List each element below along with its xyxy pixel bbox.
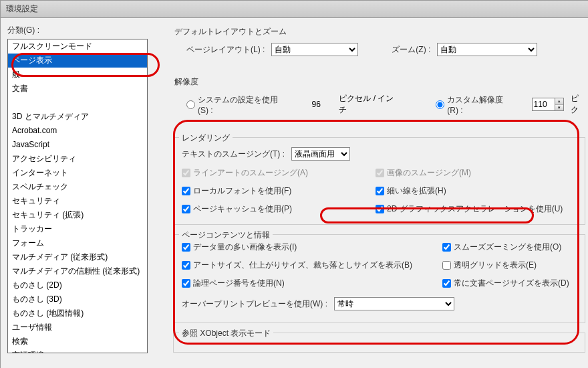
overprint-select[interactable]: 常時 — [334, 297, 454, 310]
category-item[interactable]: フォーム — [8, 236, 147, 250]
smooth-zoom-checkbox[interactable]: スムーズズーミングを使用(O) — [442, 242, 561, 253]
system-resolution-value: 96 — [312, 100, 321, 109]
zoom-label: ズーム(Z) : — [392, 44, 430, 56]
layout-section: デフォルトレイアウトとズーム ページレイアウト(L) : 自動 ズーム(Z) :… — [173, 25, 585, 66]
category-column: 分類(G) : フルスクリーンモードページ表示 般文書 3D とマルチメディアA… — [7, 25, 153, 368]
category-item[interactable]: トラッカー — [8, 222, 147, 236]
custom-resolution-radio[interactable]: カスタム解像度(R) : — [436, 94, 513, 115]
category-item[interactable] — [8, 96, 147, 110]
resolution-title: 解像度 — [174, 76, 585, 88]
rendering-section: レンダリング テキストのスムージング(T) : 液晶画面用 ラインアートのスムー… — [173, 137, 585, 225]
category-item[interactable]: ユーザ情報 — [8, 320, 147, 335]
text-smoothing-select[interactable]: 液晶画面用 — [291, 147, 350, 161]
category-item[interactable]: 般 — [8, 68, 147, 82]
settings-panel: デフォルトレイアウトとズーム ページレイアウト(L) : 自動 ズーム(Z) :… — [153, 25, 585, 368]
rendering-title: レンダリング — [179, 132, 233, 144]
category-item[interactable]: ものさし (地図情報) — [8, 306, 147, 320]
transparent-grid-checkbox[interactable]: 透明グリッドを表示(E) — [442, 260, 537, 271]
image-smoothing-checkbox: 画像のスムージング(M) — [376, 167, 471, 179]
window-title: 環境設定 — [6, 4, 38, 13]
resolution-unit: ピクセル / インチ — [339, 93, 398, 116]
category-item[interactable]: マルチメディア (従来形式) — [8, 250, 147, 264]
category-item[interactable]: JavaScript — [8, 138, 147, 152]
window-titlebar: 環境設定 — [1, 1, 588, 18]
category-item[interactable]: 言語環境 — [8, 349, 147, 353]
always-doc-size-checkbox[interactable]: 常に文書ページサイズを表示(D) — [442, 278, 569, 289]
category-item[interactable]: フルスクリーンモード — [8, 39, 147, 54]
preferences-window: 環境設定 分類(G) : フルスクリーンモードページ表示 般文書 3D とマルチ… — [0, 0, 588, 368]
category-item[interactable]: ものさし (2D) — [8, 278, 147, 292]
category-item[interactable]: ページ表示 — [8, 54, 147, 68]
overprint-label: オーバープリントプレビューを使用(W) : — [182, 298, 327, 310]
category-item[interactable]: アクセシビリティ — [8, 152, 147, 166]
custom-resolution-input[interactable]: ▲▼ — [532, 98, 564, 111]
category-item[interactable]: スペルチェック — [8, 180, 147, 194]
page-layout-select[interactable]: 自動 — [271, 43, 358, 56]
category-item[interactable]: インターネット — [8, 166, 147, 180]
large-images-checkbox[interactable]: データ量の多い画像を表示(I) — [182, 242, 422, 253]
page-layout-label: ページレイアウト(L) : — [186, 44, 265, 56]
logical-page-checkbox[interactable]: 論理ページ番号を使用(N) — [182, 278, 422, 289]
category-item[interactable]: ものさし (3D) — [8, 292, 147, 306]
custom-unit: ピク — [571, 93, 585, 116]
xobject-title: 参照 XObject 表示モード — [179, 328, 273, 339]
zoom-select[interactable]: 自動 — [437, 43, 537, 56]
category-list[interactable]: フルスクリーンモードページ表示 般文書 3D とマルチメディアAcrobat.c… — [7, 39, 148, 353]
lineart-smoothing-checkbox: ラインアートのスムージング(A) — [182, 167, 355, 179]
content-title: ページコンテンツと情報 — [179, 229, 273, 241]
layout-title: デフォルトレイアウトとズーム — [174, 26, 585, 37]
category-item[interactable]: 3D とマルチメディア — [8, 110, 147, 124]
category-item[interactable]: 検索 — [8, 335, 147, 349]
gpu-accel-checkbox[interactable]: 2D グラフィックスアクセラレーションを使用(U) — [376, 203, 563, 215]
content-area: 分類(G) : フルスクリーンモードページ表示 般文書 3D とマルチメディアA… — [1, 18, 588, 368]
thin-lines-checkbox[interactable]: 細い線を拡張(H) — [376, 185, 446, 197]
category-item[interactable]: マルチメディアの信頼性 (従来形式) — [8, 264, 147, 278]
category-item[interactable]: セキュリティ (拡張) — [8, 208, 147, 222]
page-cache-checkbox[interactable]: ページキャッシュを使用(P) — [182, 203, 355, 215]
content-section: ページコンテンツと情報 データ量の多い画像を表示(I) スムーズズーミングを使用… — [173, 234, 585, 323]
system-resolution-radio[interactable]: システムの設定を使用(S) : — [186, 94, 286, 115]
text-smoothing-label: テキストのスムージング(T) : — [182, 149, 285, 160]
resolution-section: 解像度 システムの設定を使用(S) : 96 ピクセル / インチ カスタム解像… — [173, 75, 585, 125]
category-label: 分類(G) : — [7, 25, 153, 36]
category-item[interactable]: Acrobat.com — [8, 124, 147, 138]
local-font-checkbox[interactable]: ローカルフォントを使用(F) — [182, 185, 355, 197]
category-item[interactable]: セキュリティ — [8, 194, 147, 208]
art-size-checkbox[interactable]: アートサイズ、仕上がりサイズ、裁ち落としサイズを表示(B) — [182, 260, 422, 271]
xobject-section: 参照 XObject 表示モード — [173, 333, 585, 353]
category-item[interactable]: 文書 — [8, 82, 147, 96]
